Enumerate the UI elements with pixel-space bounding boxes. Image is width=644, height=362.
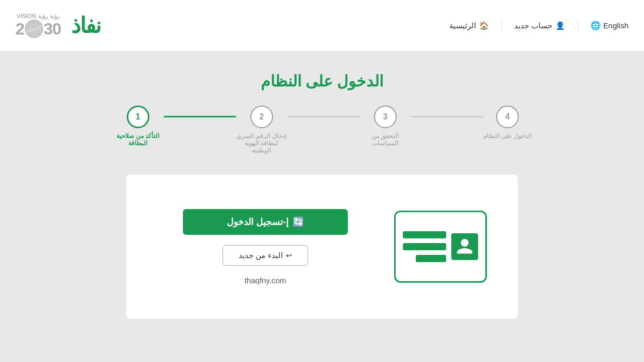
step-line-3-4: [411, 116, 483, 117]
home-link[interactable]: 🏠 الرئيسية: [449, 21, 489, 30]
step-2-circle: 2: [250, 106, 273, 128]
step-4-circle: 4: [496, 106, 519, 128]
step-1-number: 1: [135, 112, 140, 122]
step-4-label: الدخول على النظام: [483, 132, 532, 140]
header: 🌐 English 👤 حساب جديد 🏠 الرئيسية نفاذ VI…: [0, 0, 644, 51]
new-start-button[interactable]: ↩ البدء من جديد: [223, 245, 308, 266]
buttons-area: 🔄 إ-تسجيل الدخول ↩ البدء من جديد thaqfny…: [157, 209, 374, 285]
nav-divider-2: [501, 21, 502, 31]
nav-bar: 🌐 English 👤 حساب جديد 🏠 الرئيسية: [449, 21, 629, 31]
language-label[interactable]: English: [603, 21, 629, 30]
page-title-container: الدخول على النظام: [10, 72, 634, 90]
vision-logo: VISION رؤية رؤية 2 3 0: [15, 13, 61, 39]
nav-divider-1: [578, 21, 578, 31]
new-account-link[interactable]: 👤 حساب جديد: [514, 21, 565, 30]
main-content: الدخول على النظام 1 التأكد من صلاحية الب…: [0, 51, 644, 362]
id-lines: [403, 231, 446, 262]
step-1-circle: 1: [127, 106, 149, 128]
person-icon: [455, 237, 474, 256]
website-link: thaqfny.com: [245, 276, 286, 285]
nfadh-logo: نفاذ: [71, 13, 100, 38]
step-3-circle: 3: [374, 106, 397, 128]
step-2-wrapper: 2 إدخال الرقم السري لبطاقة الهوية الوطني…: [236, 106, 287, 154]
step-4-wrapper: 4 الدخول على النظام: [483, 106, 532, 140]
step-3-label: التحقق من السياسات: [360, 132, 411, 147]
vision-2030: 2 3 0: [15, 20, 61, 39]
home-icon: 🏠: [479, 21, 489, 30]
refresh-icon: ↩: [286, 251, 292, 260]
step-3-number: 3: [383, 112, 387, 122]
step-3-wrapper: 3 التحقق من السياسات: [360, 106, 411, 147]
page-title: الدخول على النظام: [10, 72, 634, 90]
logo-area: نفاذ VISION رؤية رؤية 2 3 0: [15, 13, 100, 39]
step-1-label: التأكد من صلاحية البطاقة: [112, 132, 164, 147]
id-line-1: [403, 231, 446, 238]
step-2-label: إدخال الرقم السري لبطاقة الهوية الوطنية: [236, 132, 287, 154]
step-line-1-2: [164, 116, 236, 117]
id-line-2: [403, 243, 446, 250]
user-icon: 👤: [555, 21, 565, 30]
login-button-label: إ-تسجيل الدخول: [227, 216, 289, 228]
globe-icon: 🌐: [590, 21, 601, 30]
id-avatar-icon: [451, 233, 478, 260]
steps-progress: 1 التأكد من صلاحية البطاقة 2 إدخال الرقم…: [10, 106, 634, 154]
home-label: الرئيسية: [449, 21, 476, 30]
step-line-2-3: [287, 116, 360, 117]
new-start-label: البدء من جديد: [239, 251, 282, 260]
id-card-icon: [394, 211, 487, 283]
vision-label: VISION رؤية رؤية: [17, 13, 60, 20]
login-card: 🔄 إ-تسجيل الدخول ↩ البدء من جديد thaqfny…: [126, 175, 518, 319]
step-2-number: 2: [259, 112, 264, 122]
new-account-label: حساب جديد: [514, 21, 552, 30]
step-1-wrapper: 1 التأكد من صلاحية البطاقة: [112, 106, 164, 147]
id-line-3: [416, 255, 446, 262]
login-button-icon: 🔄: [293, 216, 304, 228]
globe-zero-icon: [25, 20, 43, 38]
step-4-number: 4: [505, 112, 510, 122]
login-button[interactable]: 🔄 إ-تسجيل الدخول: [183, 209, 348, 235]
language-switcher[interactable]: 🌐 English: [590, 21, 629, 30]
